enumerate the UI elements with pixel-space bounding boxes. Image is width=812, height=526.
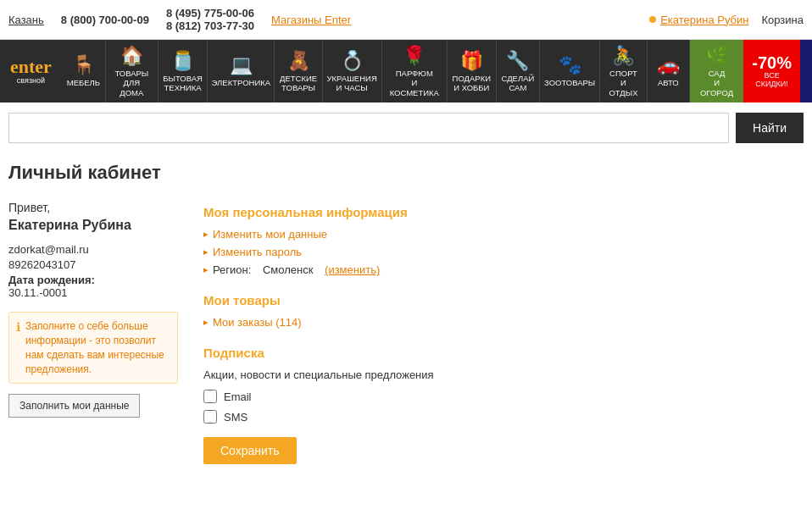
- arrow-icon2: ▸: [203, 246, 209, 257]
- home-icon: 🏠: [120, 45, 143, 67]
- perfume-icon: 🌹: [403, 45, 425, 67]
- nav-item-perfume[interactable]: 🌹 ПАРФЮМИ КОСМЕТИКА: [382, 40, 448, 102]
- sms-label: SMS: [224, 411, 247, 424]
- stores-link[interactable]: Магазины Enter: [271, 14, 351, 26]
- user-birthday: 30.11.-0001: [8, 286, 178, 299]
- sms-checkbox-row: SMS: [203, 410, 804, 424]
- nav-items: 🪑 МЕБЕЛЬ 🏠 ТОВАРЫДЛЯ ДОМА 🫙 БЫТОВАЯТЕХНИ…: [62, 40, 812, 102]
- logo-container: enter связной: [10, 58, 52, 85]
- city-link[interactable]: Казань: [8, 14, 44, 26]
- jewelry-icon: 💍: [341, 50, 364, 72]
- nav-label-jewelry: УКРАШЕНИЯИ ЧАСЫ: [327, 74, 377, 93]
- user-online-dot: [649, 16, 656, 23]
- orders-link[interactable]: ▸ Мои заказы (114): [203, 316, 804, 329]
- auto-icon: 🚗: [657, 54, 680, 76]
- user-birthday-label: Дата рождения:: [8, 274, 178, 286]
- top-bar: Казань 8 (800) 700-00-09 8 (495) 775-00-…: [0, 0, 812, 40]
- orders-section: Мои товары ▸ Мои заказы (114): [203, 293, 804, 329]
- page-title: Личный кабинет: [8, 162, 804, 184]
- orders-section-title: Мои товары: [203, 293, 804, 307]
- user-email: zdorkat@mail.ru: [8, 243, 178, 256]
- nav-item-appliances[interactable]: 🫙 БЫТОВАЯТЕХНИКА: [159, 40, 209, 102]
- appliances-icon: 🫙: [171, 50, 194, 72]
- user-indicator: Екатерина Рубин: [649, 14, 748, 26]
- phone-main: 8 (800) 700-00-09: [61, 14, 149, 26]
- change-password-link[interactable]: ▸ Изменить пароль: [203, 246, 804, 258]
- nav-label-kids: ДЕТСКИЕТОВАРЫ: [280, 74, 317, 93]
- logo[interactable]: enter связной: [0, 40, 62, 102]
- greeting-text: Привет,: [8, 201, 178, 214]
- hint-text: Заполните о себе больше информации - это…: [25, 319, 170, 376]
- nav-item-sport[interactable]: 🚴 СПОРТИ ОТДЫХ: [600, 40, 648, 102]
- logo-text: enter: [10, 58, 52, 76]
- sale-badge: -70%: [752, 54, 792, 71]
- fill-data-button[interactable]: Заполнить мои данные: [8, 394, 140, 418]
- gifts-icon: 🎁: [460, 50, 483, 72]
- electronics-icon: 💻: [230, 54, 253, 76]
- subscription-title: Подписка: [203, 346, 804, 360]
- nav-item-diy[interactable]: 🔧 СДЕЛАЙСАМ: [497, 40, 541, 102]
- arrow-icon4: ▸: [203, 317, 209, 328]
- sale-sub: ВСЕСКИДКИ!: [755, 71, 788, 88]
- personal-section: Моя персональная информация ▸ Изменить м…: [203, 205, 804, 276]
- personal-section-title: Моя персональная информация: [203, 205, 804, 219]
- furniture-icon: 🪑: [72, 54, 95, 76]
- region-name: Смоленск: [263, 263, 313, 276]
- nav-label-perfume: ПАРФЮМИ КОСМЕТИКА: [389, 69, 440, 97]
- nav-item-garden[interactable]: 🌿 САДИ ОГОРОД: [690, 40, 743, 102]
- save-button[interactable]: Сохранить: [203, 437, 297, 464]
- sms-checkbox[interactable]: [203, 410, 217, 424]
- sport-icon: 🚴: [612, 45, 635, 67]
- nav-label-appliances: БЫТОВАЯТЕХНИКА: [163, 74, 203, 93]
- region-link[interactable]: ▸ Регион: Смоленск (изменить): [203, 263, 804, 276]
- nav-item-tchibo[interactable]: ☕ TCHIBO SHOP: [800, 40, 812, 102]
- nav-label-home: ТОВАРЫДЛЯ ДОМА: [113, 69, 151, 97]
- search-input[interactable]: [8, 113, 729, 143]
- nav-bar: enter связной 🪑 МЕБЕЛЬ 🏠 ТОВАРЫДЛЯ ДОМА …: [0, 40, 812, 102]
- top-bar-right: Екатерина Рубин Корзина: [649, 14, 804, 26]
- nav-label-garden: САДИ ОГОРОД: [698, 69, 735, 97]
- nav-label-gifts: ПОДАРКИИ ХОББИ: [453, 74, 491, 93]
- nav-item-kids[interactable]: 🧸 ДЕТСКИЕТОВАРЫ: [275, 40, 322, 102]
- nav-item-sale[interactable]: -70% ВСЕСКИДКИ!: [743, 40, 800, 102]
- pets-icon: 🐾: [559, 54, 581, 76]
- nav-label-auto: АВТО: [658, 78, 679, 87]
- change-data-link[interactable]: ▸ Изменить мои данные: [203, 228, 804, 241]
- user-profile-link[interactable]: Екатерина Рубин: [660, 14, 748, 26]
- email-checkbox[interactable]: [203, 390, 217, 403]
- nav-label-diy: СДЕЛАЙСАМ: [502, 74, 535, 93]
- nav-label-furniture: МЕБЕЛЬ: [67, 78, 100, 87]
- arrow-icon3: ▸: [203, 264, 209, 275]
- change-password-label: Изменить пароль: [213, 246, 302, 258]
- nav-label-sport: СПОРТИ ОТДЫХ: [607, 69, 640, 97]
- garden-icon: 🌿: [705, 45, 728, 67]
- nav-item-gifts[interactable]: 🎁 ПОДАРКИИ ХОББИ: [448, 40, 497, 102]
- search-button[interactable]: Найти: [736, 113, 804, 143]
- info-hint: ℹ Заполните о себе больше информации - э…: [8, 312, 178, 384]
- main-content: Личный кабинет Привет, Екатерина Рубина …: [0, 153, 812, 498]
- orders-link-label: Мои заказы (114): [213, 316, 302, 329]
- cart-link[interactable]: Корзина: [761, 14, 804, 26]
- nav-item-auto[interactable]: 🚗 АВТО: [648, 40, 690, 102]
- kids-icon: 🧸: [287, 50, 310, 72]
- email-label: Email: [224, 390, 252, 403]
- nav-item-pets[interactable]: 🐾 ЗООТОВАРЫ: [540, 40, 600, 102]
- user-phone: 89262043107: [8, 258, 178, 271]
- subscription-section: Подписка Акции, новости и специальные пр…: [203, 346, 804, 464]
- nav-item-furniture[interactable]: 🪑 МЕБЕЛЬ: [62, 40, 106, 102]
- email-checkbox-row: Email: [203, 390, 804, 403]
- change-data-label: Изменить мои данные: [213, 228, 327, 241]
- content-layout: Привет, Екатерина Рубина zdorkat@mail.ru…: [8, 201, 804, 481]
- region-prefix: Регион:: [213, 263, 251, 276]
- nav-item-jewelry[interactable]: 💍 УКРАШЕНИЯИ ЧАСЫ: [323, 40, 382, 102]
- region-change[interactable]: (изменить): [325, 263, 380, 276]
- subscription-text: Акции, новости и специальные предложения: [203, 368, 804, 381]
- arrow-icon: ▸: [203, 229, 209, 240]
- tchibo-label: TCHIBO SHOP: [809, 74, 812, 92]
- nav-item-electronics[interactable]: 💻 ЭЛЕКТРОНИКА: [208, 40, 275, 102]
- nav-label-electronics: ЭЛЕКТРОНИКА: [212, 78, 271, 87]
- right-panel: Моя персональная информация ▸ Изменить м…: [203, 201, 804, 481]
- diy-icon: 🔧: [506, 50, 529, 72]
- nav-item-home[interactable]: 🏠 ТОВАРЫДЛЯ ДОМА: [106, 40, 159, 102]
- search-bar: Найти: [0, 102, 812, 153]
